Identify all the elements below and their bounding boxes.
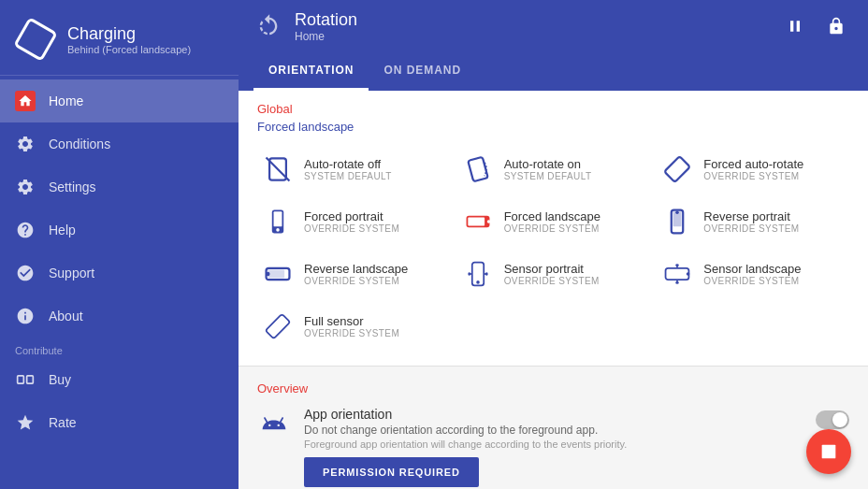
tabs-bar: ORIENTATION ON DEMAND: [239, 52, 868, 91]
reverse-portrait-icon: [660, 205, 694, 238]
reverse-landscape-name: Reverse landscape: [304, 262, 408, 276]
orientation-item-reverse-portrait[interactable]: Reverse portrait OVERRIDE SYSTEM: [657, 197, 849, 246]
forced-landscape-sub: OVERRIDE SYSTEM: [504, 223, 600, 234]
toolbar: Rotation Home: [239, 0, 868, 52]
svg-rect-24: [822, 445, 836, 459]
forced-portrait-name: Forced portrait: [304, 209, 399, 223]
about-label: About: [49, 309, 83, 324]
app-orientation-toggle[interactable]: [816, 410, 849, 429]
auto-rotate-off-icon: [261, 152, 295, 186]
orientation-panel: Global Forced landscape Auto-rotate off …: [239, 91, 868, 367]
buy-icon: [15, 369, 36, 390]
forced-landscape-sublabel: Forced landscape: [257, 120, 849, 134]
sidebar-app-name: Charging: [67, 24, 191, 44]
auto-rotate-off-name: Auto-rotate off: [304, 157, 392, 171]
fab-button[interactable]: [806, 429, 851, 474]
sidebar-item-about[interactable]: About: [0, 295, 239, 338]
sensor-landscape-name: Sensor landscape: [703, 262, 801, 276]
svg-rect-2: [27, 376, 34, 383]
auto-rotate-off-sub: SYSTEM DEFAULT: [304, 171, 392, 181]
sidebar-header: Charging Behind (Forced landscape): [0, 0, 239, 75]
sidebar-item-rate[interactable]: Rate: [0, 401, 239, 444]
svg-rect-23: [266, 314, 290, 338]
tab-orientation[interactable]: ORIENTATION: [253, 52, 369, 91]
conditions-label: Conditions: [49, 137, 110, 151]
svg-point-9: [276, 228, 280, 232]
full-sensor-name: Full sensor: [304, 314, 399, 328]
contribute-section-label: Contribute: [0, 338, 239, 358]
permission-required-button[interactable]: PERMISSION REQUIRED: [304, 457, 479, 487]
svg-rect-21: [666, 268, 689, 280]
toolbar-rotation-icon: [253, 11, 283, 41]
forced-landscape-icon: [461, 205, 495, 238]
sidebar-item-help[interactable]: Help: [0, 209, 239, 252]
app-logo: [15, 19, 56, 60]
settings-icon: [15, 177, 36, 197]
forced-portrait-icon: [261, 205, 295, 238]
forced-auto-rotate-sub: OVERRIDE SYSTEM: [703, 171, 803, 181]
svg-rect-6: [665, 156, 691, 182]
sidebar-item-buy[interactable]: Buy: [0, 358, 239, 401]
sensor-portrait-sub: OVERRIDE SYSTEM: [504, 276, 600, 286]
help-label: Help: [49, 223, 76, 237]
rate-label: Rate: [49, 415, 77, 430]
orientation-item-sensor-landscape[interactable]: Sensor landscape OVERRIDE SYSTEM: [657, 250, 849, 298]
rate-icon: [15, 412, 36, 433]
android-icon: [257, 409, 291, 442]
tab-on-demand[interactable]: ON DEMAND: [369, 52, 476, 91]
sidebar-subtitle: Behind (Forced landscape): [67, 44, 191, 55]
sensor-portrait-name: Sensor portrait: [504, 262, 600, 276]
toolbar-actions: [778, 9, 853, 43]
auto-rotate-on-icon: [461, 152, 495, 186]
reverse-portrait-name: Reverse portrait: [703, 209, 799, 223]
full-sensor-sub: OVERRIDE SYSTEM: [304, 328, 399, 338]
sidebar-item-home[interactable]: Home: [0, 79, 239, 122]
orientation-item-reverse-landscape[interactable]: Reverse landscape OVERRIDE SYSTEM: [257, 250, 450, 298]
orientation-item-auto-on[interactable]: Auto-rotate on SYSTEM DEFAULT: [457, 145, 650, 194]
forced-auto-rotate-name: Forced auto-rotate: [703, 157, 803, 171]
buy-label: Buy: [49, 372, 71, 387]
svg-point-22: [687, 272, 690, 276]
forced-landscape-name: Forced landscape: [504, 209, 600, 223]
help-icon: [15, 220, 36, 240]
toolbar-title-block: Rotation Home: [295, 10, 767, 43]
about-icon: [15, 306, 36, 326]
main-content: Rotation Home ORIENTATION ON DEMAND Glob…: [239, 0, 868, 489]
svg-rect-8: [274, 211, 282, 226]
sidebar-nav: Home Conditions Settings Help Support: [0, 79, 239, 489]
support-icon: [15, 263, 36, 283]
sidebar-item-settings[interactable]: Settings: [0, 165, 239, 209]
sensor-portrait-icon: [461, 257, 495, 291]
global-label: Global: [257, 102, 849, 116]
svg-rect-0: [15, 19, 56, 60]
app-orientation-item: App orientation Do not change orientatio…: [257, 399, 849, 489]
pause-button[interactable]: [778, 9, 812, 43]
orientation-item-forced-landscape[interactable]: Forced landscape OVERRIDE SYSTEM: [457, 197, 650, 246]
orientation-item-forced-auto[interactable]: Forced auto-rotate OVERRIDE SYSTEM: [657, 145, 849, 194]
overview-panel: Overview App orientation Do not change o…: [239, 367, 868, 489]
content-scroll: Global Forced landscape Auto-rotate off …: [239, 91, 868, 489]
svg-point-18: [266, 272, 269, 276]
sidebar-item-support[interactable]: Support: [0, 252, 239, 295]
orientation-item-sensor-portrait[interactable]: Sensor portrait OVERRIDE SYSTEM: [457, 250, 650, 298]
sidebar-item-conditions[interactable]: Conditions: [0, 122, 239, 165]
orientation-item-forced-portrait[interactable]: Forced portrait OVERRIDE SYSTEM: [257, 197, 450, 246]
forced-portrait-sub: OVERRIDE SYSTEM: [304, 223, 399, 234]
full-sensor-icon: [261, 309, 295, 343]
sidebar-title-block: Charging Behind (Forced landscape): [67, 24, 191, 55]
support-label: Support: [49, 266, 94, 280]
toolbar-title: Rotation: [295, 10, 767, 30]
svg-rect-17: [268, 270, 284, 279]
svg-rect-5: [468, 157, 487, 181]
sidebar: Charging Behind (Forced landscape) Home …: [0, 0, 239, 489]
sensor-landscape-icon: [660, 257, 694, 291]
forced-auto-rotate-icon: [660, 152, 694, 186]
toolbar-subtitle: Home: [295, 30, 767, 43]
lock-button[interactable]: [819, 9, 853, 43]
orientation-item-full-sensor[interactable]: Full sensor OVERRIDE SYSTEM: [257, 302, 450, 351]
orientation-grid: Auto-rotate off SYSTEM DEFAULT Auto-rota…: [257, 145, 849, 351]
home-label: Home: [49, 93, 83, 108]
auto-rotate-on-name: Auto-rotate on: [504, 157, 592, 171]
svg-point-15: [676, 210, 680, 214]
orientation-item-auto-off[interactable]: Auto-rotate off SYSTEM DEFAULT: [257, 145, 450, 194]
